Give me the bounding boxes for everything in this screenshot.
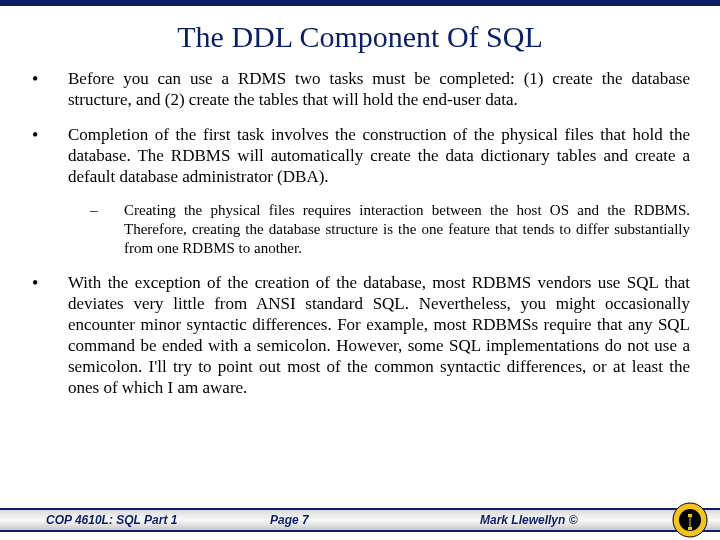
bullet-mark: • — [30, 272, 68, 398]
bullet-1: • Before you can use a RDMS two tasks mu… — [30, 68, 690, 110]
sub-bullet-text: Creating the physical files requires int… — [124, 201, 690, 258]
sub-bullet-2-1: – Creating the physical files requires i… — [90, 201, 690, 258]
bullet-text: With the exception of the creation of th… — [68, 272, 690, 398]
footer-course: COP 4610L: SQL Part 1 — [0, 513, 270, 527]
bullet-mark: • — [30, 124, 68, 187]
slide-title: The DDL Component Of SQL — [0, 20, 720, 54]
footer-page: Page 7 — [270, 513, 450, 527]
bullet-mark: • — [30, 68, 68, 110]
bullet-text: Completion of the first task involves th… — [68, 124, 690, 187]
slide-footer: COP 4610L: SQL Part 1 Page 7 Mark Llewel… — [0, 502, 720, 540]
bullet-2: • Completion of the first task involves … — [30, 124, 690, 187]
slide-body: • Before you can use a RDMS two tasks mu… — [0, 68, 720, 398]
bullet-3: • With the exception of the creation of … — [30, 272, 690, 398]
bullet-text: Before you can use a RDMS two tasks must… — [68, 68, 690, 110]
footer-bar: COP 4610L: SQL Part 1 Page 7 Mark Llewel… — [0, 508, 720, 532]
sub-bullet-mark: – — [90, 201, 124, 258]
ucf-logo-icon — [672, 502, 708, 538]
